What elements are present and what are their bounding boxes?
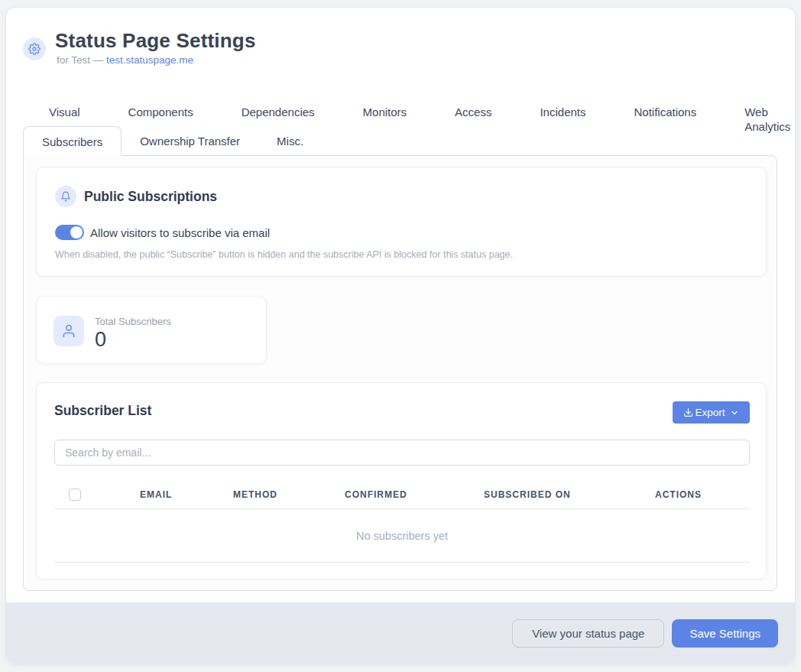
search-input[interactable] — [54, 440, 750, 466]
empty-state: No subscribers yet — [54, 509, 750, 563]
bell-icon — [55, 186, 76, 207]
column-header-confirmed: CONFIRMED — [345, 489, 407, 500]
column-header-email: EMAIL — [140, 489, 172, 500]
table-header-row: EMAIL METHOD CONFIRMED SUBSCRIBED ON ACT… — [54, 482, 750, 509]
settings-card: Status Page Settings for Test — test.sta… — [6, 8, 795, 664]
subscriber-list-card: Subscriber List Export EMAIL METHOD — [36, 382, 767, 579]
tab-subscribers-active[interactable]: Subscribers — [23, 126, 122, 156]
tab-bar-secondary: Subscribers Ownership Transfer Misc. — [23, 126, 322, 156]
column-header-subscribed-on: SUBSCRIBED ON — [484, 489, 571, 500]
view-status-page-button[interactable]: View your status page — [512, 619, 664, 648]
tab-web-analytics[interactable]: Web Analytics — [738, 105, 796, 134]
tab-ownership-transfer[interactable]: Ownership Transfer — [122, 126, 258, 155]
public-subscriptions-card: Public Subscriptions Allow visitors to s… — [36, 167, 767, 277]
tab-access[interactable]: Access — [449, 105, 498, 134]
subtitle-prefix: for Test — — [57, 54, 106, 66]
tab-notifications[interactable]: Notifications — [628, 105, 703, 134]
subscriber-table: EMAIL METHOD CONFIRMED SUBSCRIBED ON ACT… — [54, 482, 750, 563]
footer-bar: View your status page Save Settings — [6, 602, 795, 664]
status-page-link[interactable]: test.statuspage.me — [106, 54, 193, 66]
chevron-down-icon — [730, 408, 739, 417]
tab-incidents[interactable]: Incidents — [533, 105, 592, 134]
save-settings-button[interactable]: Save Settings — [672, 619, 778, 648]
public-subscriptions-title: Public Subscriptions — [84, 189, 217, 205]
column-header-method: METHOD — [233, 489, 277, 500]
select-all-checkbox[interactable] — [69, 489, 81, 501]
subscribe-toggle-label: Allow visitors to subscribe via email — [90, 226, 270, 239]
page-subtitle: for Test — test.statuspage.me — [57, 54, 193, 66]
column-header-actions: ACTIONS — [655, 489, 702, 500]
export-label: Export — [695, 407, 725, 418]
total-subscribers-label: Total Subscribers — [95, 316, 171, 327]
subscriber-list-title: Subscriber List — [54, 403, 151, 419]
tab-misc[interactable]: Misc. — [258, 126, 322, 155]
subscribers-tab-panel: Public Subscriptions Allow visitors to s… — [23, 155, 777, 591]
download-icon — [683, 407, 693, 417]
page-title: Status Page Settings — [55, 29, 256, 53]
total-subscribers-value: 0 — [95, 328, 106, 352]
tab-monitors[interactable]: Monitors — [357, 105, 413, 134]
subscribe-toggle[interactable] — [55, 225, 84, 240]
toggle-knob — [70, 226, 83, 239]
gear-icon — [23, 37, 46, 60]
export-button[interactable]: Export — [673, 401, 750, 424]
user-icon — [54, 316, 84, 346]
subscribe-help-text: When disabled, the public “Subscribe” bu… — [55, 249, 513, 260]
total-subscribers-card: Total Subscribers 0 — [36, 296, 267, 364]
